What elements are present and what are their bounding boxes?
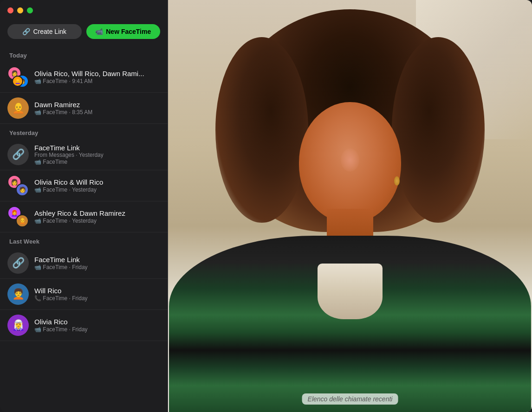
call-subtitle: 📹 FaceTime · Yesterday — [34, 187, 160, 193]
call-item-olivia-will[interactable]: 👩 🧑 Olivia Rico & Will Rico 📹 FaceTime ·… — [0, 170, 168, 201]
call-info: FaceTime Link From Messages · Yesterday … — [34, 144, 160, 165]
call-name: Dawn Ramirez — [34, 101, 160, 109]
hair-right — [392, 37, 485, 223]
call-name: Will Rico — [34, 287, 160, 295]
camera-view: Elenco delle chiamate recenti — [168, 0, 532, 412]
avatar-container: 🧑‍🦱 — [7, 283, 29, 305]
call-item-facetime-link-yesterday[interactable]: 🔗 FaceTime Link From Messages · Yesterda… — [0, 139, 168, 170]
sidebar: 🔗 Create Link 📹 New FaceTime Today 👩 🧑 👩… — [0, 0, 168, 412]
call-name: Olivia Rico, Will Rico, Dawn Rami... — [34, 70, 160, 77]
avatar-container: 🔗 — [7, 144, 29, 165]
call-subtitle: 📹 FaceTime — [34, 159, 160, 165]
call-info: Olivia Rico & Will Rico 📹 FaceTime · Yes… — [34, 178, 160, 193]
call-subtitle: 📹 FaceTime · Friday — [34, 264, 160, 270]
call-subtitle: 📹 FaceTime · 9:41 AM — [34, 78, 160, 84]
caption-label: Elenco delle chiamate recenti — [302, 393, 398, 405]
call-name: FaceTime Link — [34, 256, 160, 264]
video-camera-icon: 📹 — [95, 28, 103, 35]
call-name: Olivia Rico & Will Rico — [34, 178, 160, 186]
call-item-olivia-will-dawn[interactable]: 👩 🧑 👩‍🦲 Olivia Rico, Will Rico, Dawn Ram… — [0, 62, 168, 93]
call-subtitle: 📞 FaceTime · Friday — [34, 295, 160, 302]
avatar: 🧝‍♀️ — [7, 315, 29, 336]
avatar-3: 👩‍🦲 — [12, 76, 23, 87]
call-name: Olivia Rico — [34, 318, 160, 326]
call-info: FaceTime Link 📹 FaceTime · Friday — [34, 256, 160, 270]
call-name: Ashley Rico & Dawn Ramirez — [34, 209, 160, 217]
call-name: FaceTime Link — [34, 144, 160, 152]
close-button[interactable] — [7, 7, 13, 13]
body-sweater — [169, 236, 531, 412]
link-icon: 🔗 — [22, 28, 30, 35]
section-header-yesterday: Yesterday — [0, 124, 168, 139]
avatar: 🧑‍🦲 — [7, 97, 29, 119]
call-subtitle: 📹 FaceTime · Yesterday — [34, 218, 160, 224]
fullscreen-button[interactable] — [27, 7, 33, 13]
call-subtitle: 📹 FaceTime · 8:35 AM — [34, 109, 160, 116]
collar — [318, 264, 383, 319]
avatar-2: 🧑‍🦲 — [16, 214, 29, 227]
call-list: Today 👩 🧑 👩‍🦲 Olivia Rico, Will Rico, Da… — [0, 46, 168, 412]
call-info: Olivia Rico 📹 FaceTime · Friday — [34, 318, 160, 333]
call-subtitle: 📹 FaceTime · Friday — [34, 326, 160, 333]
nose-area — [341, 148, 359, 172]
create-link-label: Create Link — [33, 28, 66, 35]
avatar-2: 🧑 — [16, 183, 29, 196]
minimize-button[interactable] — [17, 7, 23, 13]
avatar-container: 🧑‍🦲 — [7, 97, 29, 119]
sidebar-header: 🔗 Create Link 📹 New FaceTime — [0, 0, 168, 46]
call-item-dawn-ramirez[interactable]: 🧑‍🦲 Dawn Ramirez 📹 FaceTime · 8:35 AM — [0, 93, 168, 124]
avatar-container: 🧝‍♀️ — [7, 315, 29, 336]
main-content: Elenco delle chiamate recenti — [168, 0, 532, 412]
avatar-group: 👩 🧑 👩‍🦲 — [7, 66, 29, 88]
call-item-facetime-link-friday[interactable]: 🔗 FaceTime Link 📹 FaceTime · Friday — [0, 248, 168, 279]
call-item-olivia-rico[interactable]: 🧝‍♀️ Olivia Rico 📹 FaceTime · Friday — [0, 310, 168, 341]
call-info: Dawn Ramirez 📹 FaceTime · 8:35 AM — [34, 101, 160, 116]
call-info: Olivia Rico, Will Rico, Dawn Rami... 📹 F… — [34, 70, 160, 84]
traffic-lights — [7, 7, 33, 13]
avatar-link: 🔗 — [7, 144, 29, 165]
avatar: 🧑‍🦱 — [7, 283, 29, 305]
avatar-container: 👩 🧑 — [7, 175, 29, 196]
earring — [394, 176, 400, 186]
create-link-button[interactable]: 🔗 Create Link — [7, 24, 82, 39]
hair-left — [215, 37, 308, 223]
avatar-container: 👩‍🦰 🧑‍🦲 — [7, 206, 29, 227]
call-info: Ashley Rico & Dawn Ramirez 📹 FaceTime · … — [34, 209, 160, 224]
avatar-container: 🔗 — [7, 252, 29, 274]
section-header-today: Today — [0, 46, 168, 62]
call-info: Will Rico 📞 FaceTime · Friday — [34, 287, 160, 302]
new-facetime-button[interactable]: 📹 New FaceTime — [86, 24, 161, 39]
call-item-will-rico[interactable]: 🧑‍🦱 Will Rico 📞 FaceTime · Friday — [0, 279, 168, 310]
call-item-ashley-dawn[interactable]: 👩‍🦰 🧑‍🦲 Ashley Rico & Dawn Ramirez 📹 Fac… — [0, 201, 168, 232]
avatar-group: 👩‍🦰 🧑‍🦲 — [7, 206, 29, 227]
section-header-last-week: Last Week — [0, 232, 168, 248]
new-facetime-label: New FaceTime — [106, 28, 151, 35]
avatar-link: 🔗 — [7, 252, 29, 274]
avatar-group-container: 👩 🧑 👩‍🦲 — [7, 66, 29, 88]
call-source: From Messages · Yesterday — [34, 152, 160, 158]
avatar-group: 👩 🧑 — [7, 175, 29, 196]
